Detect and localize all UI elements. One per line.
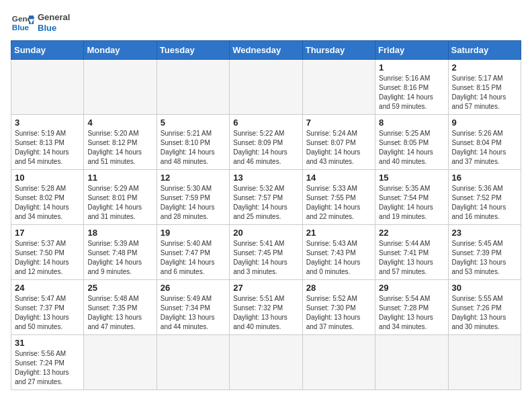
day-info: Sunrise: 5:44 AM Sunset: 7:41 PM Dayligh… xyxy=(379,239,444,277)
day-number: 12 xyxy=(161,173,226,183)
day-number: 9 xyxy=(452,118,517,128)
day-number: 30 xyxy=(452,283,517,293)
day-info: Sunrise: 5:21 AM Sunset: 8:10 PM Dayligh… xyxy=(161,129,226,167)
day-cell: 20Sunrise: 5:41 AM Sunset: 7:45 PM Dayli… xyxy=(230,225,302,280)
day-cell: 28Sunrise: 5:52 AM Sunset: 7:30 PM Dayli… xyxy=(302,280,375,335)
day-cell: 2Sunrise: 5:17 AM Sunset: 8:15 PM Daylig… xyxy=(448,60,521,115)
day-info: Sunrise: 5:28 AM Sunset: 8:02 PM Dayligh… xyxy=(15,184,80,222)
day-number: 3 xyxy=(15,118,80,128)
day-info: Sunrise: 5:48 AM Sunset: 7:35 PM Dayligh… xyxy=(87,294,152,332)
day-cell: 11Sunrise: 5:29 AM Sunset: 8:01 PM Dayli… xyxy=(84,170,157,225)
day-cell xyxy=(302,335,375,390)
day-info: Sunrise: 5:16 AM Sunset: 8:16 PM Dayligh… xyxy=(379,74,444,111)
day-cell: 24Sunrise: 5:47 AM Sunset: 7:37 PM Dayli… xyxy=(11,280,84,335)
logo-blue: Blue xyxy=(38,23,70,34)
week-row-4: 24Sunrise: 5:47 AM Sunset: 7:37 PM Dayli… xyxy=(11,280,521,335)
day-number: 27 xyxy=(233,283,298,293)
day-info: Sunrise: 5:24 AM Sunset: 8:07 PM Dayligh… xyxy=(306,129,371,167)
week-row-2: 10Sunrise: 5:28 AM Sunset: 8:02 PM Dayli… xyxy=(11,170,521,225)
day-info: Sunrise: 5:19 AM Sunset: 8:13 PM Dayligh… xyxy=(15,129,80,167)
day-number: 31 xyxy=(15,338,80,348)
day-info: Sunrise: 5:36 AM Sunset: 7:52 PM Dayligh… xyxy=(452,184,517,222)
day-info: Sunrise: 5:47 AM Sunset: 7:37 PM Dayligh… xyxy=(15,294,80,332)
week-row-5: 31Sunrise: 5:56 AM Sunset: 7:24 PM Dayli… xyxy=(11,335,521,390)
day-number: 7 xyxy=(306,118,371,128)
day-number: 14 xyxy=(306,173,371,183)
day-info: Sunrise: 5:30 AM Sunset: 7:59 PM Dayligh… xyxy=(161,184,226,222)
day-number: 16 xyxy=(452,173,517,183)
day-info: Sunrise: 5:51 AM Sunset: 7:32 PM Dayligh… xyxy=(233,294,298,332)
day-cell: 19Sunrise: 5:40 AM Sunset: 7:47 PM Dayli… xyxy=(157,225,229,280)
day-cell: 18Sunrise: 5:39 AM Sunset: 7:48 PM Dayli… xyxy=(84,225,157,280)
day-number: 26 xyxy=(161,283,226,293)
day-number: 1 xyxy=(379,62,444,73)
weekday-header-thursday: Thursday xyxy=(302,41,375,60)
day-number: 13 xyxy=(233,173,298,183)
day-cell: 8Sunrise: 5:25 AM Sunset: 8:05 PM Daylig… xyxy=(375,115,448,170)
day-cell: 9Sunrise: 5:26 AM Sunset: 8:04 PM Daylig… xyxy=(448,115,521,170)
logo: General Blue General Blue xyxy=(11,11,70,35)
day-number: 8 xyxy=(379,118,444,128)
day-info: Sunrise: 5:29 AM Sunset: 8:01 PM Dayligh… xyxy=(87,184,152,222)
day-info: Sunrise: 5:32 AM Sunset: 7:57 PM Dayligh… xyxy=(233,184,298,222)
day-cell: 6Sunrise: 5:22 AM Sunset: 8:09 PM Daylig… xyxy=(230,115,302,170)
weekday-header-friday: Friday xyxy=(375,41,448,60)
day-info: Sunrise: 5:20 AM Sunset: 8:12 PM Dayligh… xyxy=(87,129,152,167)
day-info: Sunrise: 5:54 AM Sunset: 7:28 PM Dayligh… xyxy=(379,294,444,332)
day-cell: 17Sunrise: 5:37 AM Sunset: 7:50 PM Dayli… xyxy=(11,225,84,280)
day-cell xyxy=(84,60,157,115)
day-info: Sunrise: 5:49 AM Sunset: 7:34 PM Dayligh… xyxy=(161,294,226,332)
day-cell: 22Sunrise: 5:44 AM Sunset: 7:41 PM Dayli… xyxy=(375,225,448,280)
logo-icon: General Blue xyxy=(11,11,35,35)
day-cell xyxy=(375,335,448,390)
day-number: 25 xyxy=(87,283,152,293)
day-cell: 23Sunrise: 5:45 AM Sunset: 7:39 PM Dayli… xyxy=(448,225,521,280)
week-row-3: 17Sunrise: 5:37 AM Sunset: 7:50 PM Dayli… xyxy=(11,225,521,280)
day-number: 4 xyxy=(87,118,152,128)
day-number: 28 xyxy=(306,283,371,293)
weekday-header-tuesday: Tuesday xyxy=(157,41,229,60)
day-cell: 31Sunrise: 5:56 AM Sunset: 7:24 PM Dayli… xyxy=(11,335,84,390)
calendar: SundayMondayTuesdayWednesdayThursdayFrid… xyxy=(11,40,521,390)
weekday-header-saturday: Saturday xyxy=(448,41,521,60)
day-cell: 16Sunrise: 5:36 AM Sunset: 7:52 PM Dayli… xyxy=(448,170,521,225)
day-cell xyxy=(448,335,521,390)
weekday-header-wednesday: Wednesday xyxy=(230,41,302,60)
day-cell: 14Sunrise: 5:33 AM Sunset: 7:55 PM Dayli… xyxy=(302,170,375,225)
day-number: 23 xyxy=(452,228,517,238)
day-cell xyxy=(157,335,229,390)
day-cell: 12Sunrise: 5:30 AM Sunset: 7:59 PM Dayli… xyxy=(157,170,229,225)
day-cell xyxy=(230,60,302,115)
day-cell: 30Sunrise: 5:55 AM Sunset: 7:26 PM Dayli… xyxy=(448,280,521,335)
day-info: Sunrise: 5:52 AM Sunset: 7:30 PM Dayligh… xyxy=(306,294,371,332)
day-cell: 1Sunrise: 5:16 AM Sunset: 8:16 PM Daylig… xyxy=(375,60,448,115)
logo-general: General xyxy=(38,12,70,23)
day-number: 22 xyxy=(379,228,444,238)
day-number: 11 xyxy=(87,173,152,183)
day-cell: 27Sunrise: 5:51 AM Sunset: 7:32 PM Dayli… xyxy=(230,280,302,335)
day-cell xyxy=(302,60,375,115)
day-info: Sunrise: 5:55 AM Sunset: 7:26 PM Dayligh… xyxy=(452,294,517,332)
day-cell: 10Sunrise: 5:28 AM Sunset: 8:02 PM Dayli… xyxy=(11,170,84,225)
day-number: 19 xyxy=(161,228,226,238)
day-cell: 7Sunrise: 5:24 AM Sunset: 8:07 PM Daylig… xyxy=(302,115,375,170)
day-info: Sunrise: 5:33 AM Sunset: 7:55 PM Dayligh… xyxy=(306,184,371,222)
weekday-header-sunday: Sunday xyxy=(11,41,84,60)
weekday-header-monday: Monday xyxy=(84,41,157,60)
day-number: 6 xyxy=(233,118,298,128)
day-number: 17 xyxy=(15,228,80,238)
day-number: 20 xyxy=(233,228,298,238)
day-cell xyxy=(84,335,157,390)
day-number: 21 xyxy=(306,228,371,238)
day-info: Sunrise: 5:45 AM Sunset: 7:39 PM Dayligh… xyxy=(452,239,517,277)
day-cell: 21Sunrise: 5:43 AM Sunset: 7:43 PM Dayli… xyxy=(302,225,375,280)
day-number: 2 xyxy=(452,62,517,73)
day-cell: 4Sunrise: 5:20 AM Sunset: 8:12 PM Daylig… xyxy=(84,115,157,170)
week-row-0: 1Sunrise: 5:16 AM Sunset: 8:16 PM Daylig… xyxy=(11,60,521,115)
day-info: Sunrise: 5:56 AM Sunset: 7:24 PM Dayligh… xyxy=(15,349,80,387)
day-number: 15 xyxy=(379,173,444,183)
week-row-1: 3Sunrise: 5:19 AM Sunset: 8:13 PM Daylig… xyxy=(11,115,521,170)
day-info: Sunrise: 5:25 AM Sunset: 8:05 PM Dayligh… xyxy=(379,129,444,167)
day-cell: 5Sunrise: 5:21 AM Sunset: 8:10 PM Daylig… xyxy=(157,115,229,170)
svg-text:Blue: Blue xyxy=(12,23,30,32)
